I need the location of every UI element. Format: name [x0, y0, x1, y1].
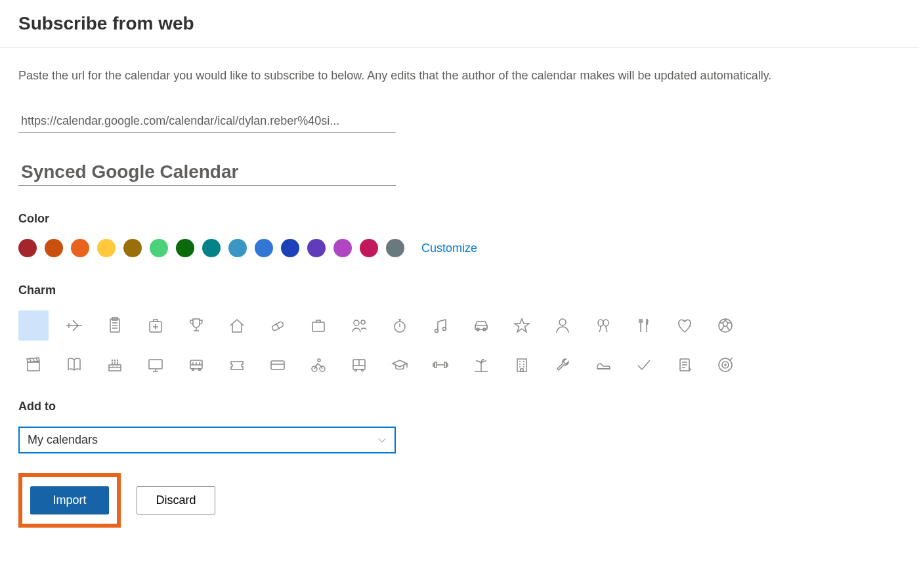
calendar-name-input[interactable] [18, 159, 396, 186]
content-area: Paste the url for the calendar you would… [0, 48, 919, 547]
calendar-url-input[interactable] [18, 110, 396, 133]
home-icon [228, 316, 246, 335]
charm-checkmark[interactable] [629, 350, 659, 380]
charm-car[interactable] [466, 310, 496, 341]
svg-line-35 [33, 358, 34, 361]
customize-color-link[interactable]: Customize [421, 242, 477, 255]
svg-point-26 [603, 320, 609, 326]
charm-dumbbell[interactable] [425, 350, 456, 380]
svg-point-86 [725, 364, 726, 366]
charm-person[interactable] [547, 310, 578, 341]
briefcase-icon [309, 316, 328, 335]
beach-icon [472, 356, 490, 374]
svg-point-20 [443, 327, 446, 331]
charm-stopwatch[interactable] [385, 310, 415, 341]
charm-people[interactable] [344, 310, 374, 341]
charm-bus2[interactable] [344, 350, 374, 380]
charm-wrench[interactable] [547, 350, 578, 380]
import-button[interactable]: Import [30, 486, 109, 514]
color-label: Color [18, 212, 901, 226]
charm-cake[interactable] [100, 350, 130, 380]
svg-point-44 [118, 360, 118, 361]
charm-heart[interactable] [670, 310, 700, 341]
color-swatch-2[interactable] [71, 239, 89, 257]
charm-music[interactable] [425, 310, 456, 341]
charm-notepad[interactable] [670, 350, 700, 380]
charm-soccer[interactable] [710, 310, 740, 341]
color-swatch-13[interactable] [360, 239, 378, 257]
svg-rect-69 [433, 364, 435, 366]
cycling-icon [309, 356, 328, 374]
svg-point-24 [559, 319, 566, 326]
color-swatch-14[interactable] [386, 239, 404, 257]
color-swatch-4[interactable] [123, 239, 142, 257]
charm-airplane[interactable] [59, 310, 89, 341]
charm-creditcard[interactable] [263, 350, 293, 380]
charm-cycling[interactable] [303, 350, 333, 380]
color-swatch-12[interactable] [333, 239, 352, 257]
charm-bus[interactable] [181, 350, 211, 380]
charm-none[interactable] [18, 310, 49, 341]
svg-line-32 [721, 326, 724, 330]
charm-balloons[interactable] [588, 310, 618, 341]
checkmark-icon [635, 356, 653, 374]
add-to-section: Add to My calendars [18, 400, 901, 453]
charm-trophy[interactable] [181, 310, 211, 341]
svg-point-63 [355, 369, 357, 371]
clapperboard-icon [24, 356, 43, 374]
color-swatch-7[interactable] [202, 239, 221, 257]
charm-fork-knife[interactable] [629, 310, 659, 341]
svg-point-51 [199, 369, 201, 371]
color-swatch-1[interactable] [45, 239, 63, 257]
color-swatch-5[interactable] [150, 239, 168, 257]
action-row: Import Discard [18, 473, 901, 528]
svg-rect-33 [28, 362, 39, 371]
charm-firstaid[interactable] [140, 310, 171, 341]
charm-star[interactable] [507, 310, 537, 341]
charm-pill[interactable] [263, 310, 293, 341]
add-to-select[interactable]: My calendars [18, 427, 396, 453]
charm-grid [18, 310, 901, 380]
charm-beach[interactable] [466, 350, 496, 380]
charm-target[interactable] [710, 350, 740, 380]
discard-button[interactable]: Discard [137, 486, 215, 514]
charm-briefcase[interactable] [303, 310, 333, 341]
bus-icon [187, 356, 205, 374]
color-swatch-row: Customize [18, 239, 901, 257]
color-swatch-10[interactable] [281, 239, 299, 257]
charm-gradcap[interactable] [385, 350, 415, 380]
color-swatch-8[interactable] [228, 239, 247, 257]
building-icon [513, 356, 531, 374]
soccer-icon [716, 316, 735, 335]
page-title: Subscribe from web [18, 13, 901, 34]
wrench-icon [553, 356, 572, 374]
color-swatch-3[interactable] [97, 239, 116, 257]
charm-monitor[interactable] [140, 350, 171, 380]
cake-icon [106, 356, 124, 374]
target-icon [716, 356, 735, 374]
color-swatch-0[interactable] [18, 239, 37, 257]
svg-line-87 [729, 358, 733, 361]
charm-clapperboard[interactable] [18, 350, 49, 380]
charm-section: Charm [18, 284, 901, 380]
charm-building[interactable] [507, 350, 537, 380]
balloons-icon [594, 316, 612, 335]
page-header: Subscribe from web [0, 0, 919, 48]
charm-clipboard[interactable] [100, 310, 130, 341]
svg-rect-45 [149, 360, 162, 369]
color-swatch-6[interactable] [176, 239, 194, 257]
charm-home[interactable] [222, 310, 252, 341]
charm-shoe[interactable] [588, 350, 618, 380]
chevron-down-icon [377, 436, 387, 445]
dumbbell-icon [431, 356, 450, 374]
svg-point-13 [354, 320, 359, 326]
color-swatch-9[interactable] [255, 239, 273, 257]
music-icon [431, 316, 450, 335]
star-icon [513, 316, 531, 335]
svg-rect-78 [521, 369, 523, 371]
notepad-icon [675, 356, 694, 374]
color-swatch-11[interactable] [307, 239, 326, 257]
charm-book[interactable] [59, 350, 89, 380]
svg-point-59 [318, 359, 320, 362]
charm-ticket[interactable] [222, 350, 252, 380]
